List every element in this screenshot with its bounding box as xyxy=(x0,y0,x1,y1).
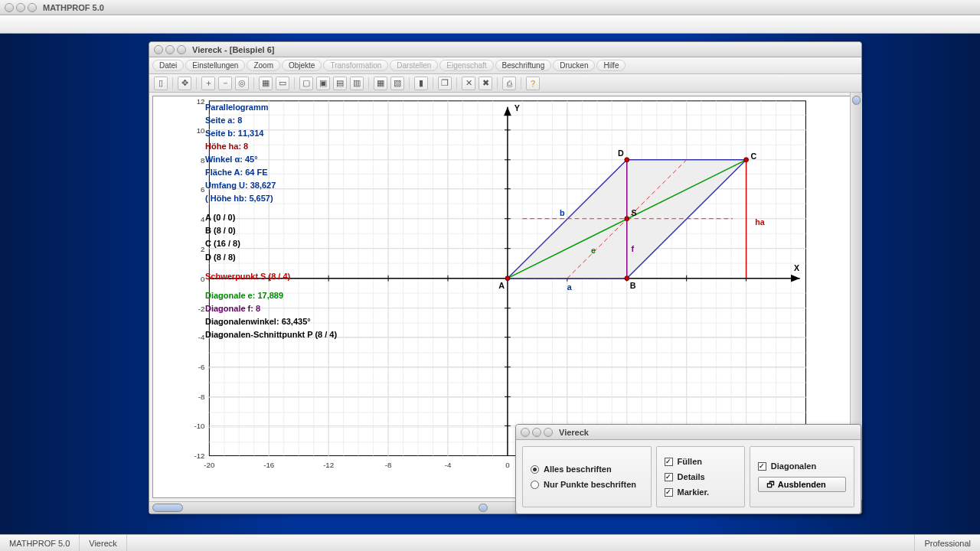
ausblenden-button[interactable]: 🗗 Ausblenden xyxy=(758,477,846,492)
menu-drucken[interactable]: Drucken xyxy=(553,60,595,71)
menu-zoom[interactable]: Zoom xyxy=(247,60,280,71)
tb-save-icon[interactable]: ▯ xyxy=(154,77,168,90)
svg-text:-4: -4 xyxy=(445,461,452,469)
tb-cursor-icon[interactable]: ✥ xyxy=(178,77,191,90)
checkbox-icon xyxy=(758,462,766,471)
svg-text:-8: -8 xyxy=(198,393,205,401)
palette-window-controls[interactable] xyxy=(521,428,553,437)
svg-text:-16: -16 xyxy=(263,461,274,469)
palette-titlebar[interactable]: Viereck xyxy=(516,425,861,440)
menu-beschriftung[interactable]: Beschriftung xyxy=(495,60,552,71)
palette-group-options: Füllen Details Markier. xyxy=(656,446,745,507)
toolbar: ▯ ✥ ＋ － ◎ ▦ ▭ ▢ ▣ ▤ ▥ ▦ ▧ ▮ xyxy=(149,74,861,93)
info-point-d: D (8 / 8) xyxy=(205,251,337,264)
child-window-control-1[interactable] xyxy=(154,45,163,54)
tb-sep xyxy=(172,77,173,90)
check-label: Markier. xyxy=(678,487,710,497)
svg-text:2: 2 xyxy=(201,245,204,253)
check-details[interactable]: Details xyxy=(665,472,737,481)
tb-box4-icon[interactable]: ▥ xyxy=(350,77,364,90)
tb-help-icon[interactable]: ? xyxy=(526,77,540,90)
status-edition: Professional xyxy=(914,535,980,551)
svg-point-128 xyxy=(744,158,749,162)
tb-sep xyxy=(196,77,197,90)
tb-copy-icon[interactable]: ❐ xyxy=(438,77,452,90)
tb-print-icon[interactable]: ⎙ xyxy=(502,77,516,90)
tb-sep xyxy=(456,77,457,90)
child-title: Viereck - [Beispiel 6] xyxy=(192,45,274,54)
hscroll-thumb-2[interactable] xyxy=(479,504,488,512)
child-window-control-2[interactable] xyxy=(165,45,175,54)
menu-transformation[interactable]: Transformation xyxy=(323,60,388,71)
tb-sep xyxy=(409,77,410,90)
check-diagonalen[interactable]: Diagonalen xyxy=(758,461,846,471)
tb-chart-icon[interactable]: ▧ xyxy=(390,77,404,90)
tb-table-icon[interactable]: ▦ xyxy=(374,77,387,90)
palette-control-1[interactable] xyxy=(521,428,530,437)
menu-datei[interactable]: Datei xyxy=(152,60,184,71)
check-markier[interactable]: Markier. xyxy=(665,487,737,497)
tb-sep xyxy=(294,77,295,90)
check-label: Diagonalen xyxy=(771,461,816,471)
statusbar: MATHPROF 5.0 Viereck Professional xyxy=(0,534,980,551)
menu-darstellen[interactable]: Darstellen xyxy=(390,60,438,71)
menu-hilfe[interactable]: Hilfe xyxy=(596,60,626,71)
tb-sep xyxy=(253,77,254,90)
window-control-2[interactable] xyxy=(16,3,25,12)
svg-point-130 xyxy=(625,217,629,221)
svg-text:f: f xyxy=(632,244,635,253)
status-module: Viereck xyxy=(80,535,126,551)
child-window-controls[interactable] xyxy=(154,45,186,54)
info-winkel: Winkel α: 45° xyxy=(205,153,337,166)
tb-box1-icon[interactable]: ▢ xyxy=(299,77,313,90)
info-diag-f: Diagonale f: 8 xyxy=(205,302,337,315)
child-titlebar[interactable]: Viereck - [Beispiel 6] xyxy=(149,42,861,57)
check-label: Füllen xyxy=(678,457,702,466)
tb-zoom-out-icon[interactable]: － xyxy=(218,77,232,90)
svg-text:e: e xyxy=(591,246,596,255)
check-fuellen[interactable]: Füllen xyxy=(665,457,737,466)
info-flaeche: Fläche A: 64 FE xyxy=(205,166,337,179)
svg-text:X: X xyxy=(794,263,800,272)
window-control-3[interactable] xyxy=(28,3,37,12)
app-title: MATHPROF 5.0 xyxy=(43,3,104,12)
menu-eigenschaft[interactable]: Eigenschaft xyxy=(439,60,493,71)
window-control-1[interactable] xyxy=(5,3,14,12)
svg-text:-10: -10 xyxy=(194,422,205,430)
svg-text:C: C xyxy=(750,152,756,161)
child-window-control-3[interactable] xyxy=(177,45,186,54)
palette-control-2[interactable] xyxy=(532,428,541,437)
info-point-c: C (16 / 8) xyxy=(205,237,337,250)
radio-icon xyxy=(531,481,539,489)
tb-x2-icon[interactable]: ✖ xyxy=(479,77,492,90)
tb-grid-icon[interactable]: ▦ xyxy=(259,77,273,90)
svg-text:ha: ha xyxy=(755,217,766,227)
window-controls[interactable] xyxy=(5,3,37,12)
palette-window[interactable]: Viereck Alles beschriften Nur Punkte bes… xyxy=(515,424,861,514)
check-label: Details xyxy=(678,472,705,481)
tb-bar-icon[interactable]: ▮ xyxy=(414,77,428,90)
status-app: MATHPROF 5.0 xyxy=(0,535,80,551)
svg-text:D: D xyxy=(618,148,624,158)
tb-box3-icon[interactable]: ▤ xyxy=(333,77,347,90)
menu-objekte[interactable]: Objekte xyxy=(282,60,322,71)
tb-zoom-in-icon[interactable]: ＋ xyxy=(201,77,215,90)
menu-einstellungen[interactable]: Einstellungen xyxy=(185,60,245,71)
info-diag-winkel: Diagonalenwinkel: 63,435° xyxy=(205,315,337,328)
palette-title: Viereck xyxy=(559,428,589,437)
tb-window-icon[interactable]: ▭ xyxy=(276,77,289,90)
radio-alles-beschriften[interactable]: Alles beschriften xyxy=(531,465,643,474)
palette-control-3[interactable] xyxy=(544,428,553,437)
menu-bar: Datei Einstellungen Zoom Objekte Transfo… xyxy=(149,57,861,74)
tb-zoom-fit-icon[interactable]: ◎ xyxy=(235,77,249,90)
svg-point-129 xyxy=(625,158,629,162)
radio-icon xyxy=(531,465,539,474)
hscroll-thumb-1[interactable] xyxy=(152,504,183,512)
vscroll-thumb[interactable] xyxy=(852,96,861,105)
tb-x1-icon[interactable]: ✕ xyxy=(462,77,475,90)
radio-label: Nur Punkte beschriften xyxy=(544,480,636,489)
main-titlebar[interactable]: MATHPROF 5.0 xyxy=(0,0,980,15)
tb-box2-icon[interactable]: ▣ xyxy=(316,77,330,90)
svg-point-127 xyxy=(625,276,629,281)
radio-nur-punkte[interactable]: Nur Punkte beschriften xyxy=(531,480,643,489)
